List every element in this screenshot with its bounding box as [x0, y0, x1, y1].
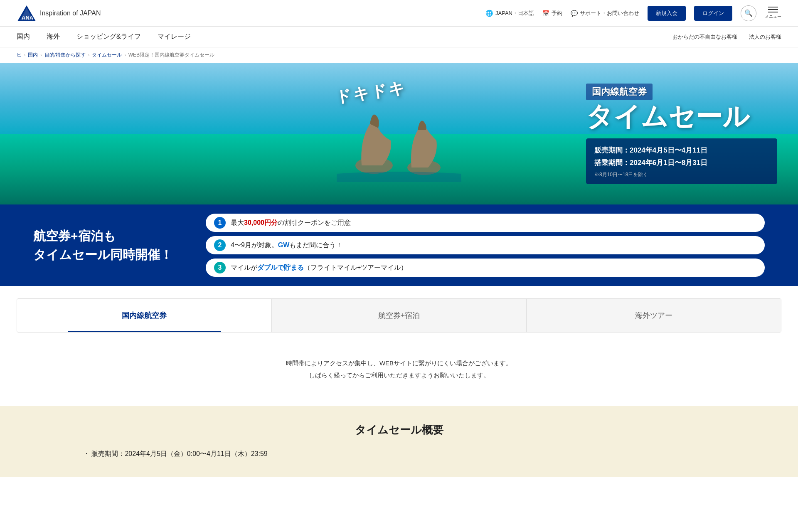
- hero-text-overlay: 国内線航空券 タイムセール 販売期間：2024年4月5日〜4月11日 搭乗期間：…: [565, 63, 798, 204]
- nav-disability[interactable]: おからだの不自由なお客様: [672, 33, 737, 41]
- tagline-text: Inspiration of JAPAN: [40, 10, 101, 17]
- menu-label: メニュー: [765, 14, 781, 20]
- nav-right: おからだの不自由なお客様 法人のお客様: [672, 33, 781, 41]
- hero-banner: ドキドキ 国内線航空券 タイムセール 販売期間：2024年4月5日〜4月11日 …: [0, 63, 798, 204]
- overview-section: タイムセール概要 ・ 販売期間：2024年4月5日（金）0:00〜4月11日（木…: [0, 406, 798, 477]
- header-right: 🌐 JAPAN・日本語 📅 予約 💬 サポート・お問い合わせ 新規入会 ログイン…: [485, 5, 781, 21]
- promo-item-1[interactable]: 1 最大30,000円分の割引クーポンをご用意: [206, 214, 765, 232]
- breadcrumb-sep-1: ›: [24, 53, 25, 57]
- hero-dates-box: 販売期間：2024年4月5日〜4月11日 搭乗期間：2024年6月1日〜8月31…: [586, 138, 777, 184]
- hero-note: ※8月10日〜18日を除く: [594, 171, 769, 178]
- promo-items: 1 最大30,000円分の割引クーポンをご用意 2 4〜9月が対象。GWもまだ間…: [206, 214, 765, 277]
- promo-left-text: 航空券+宿泊もタイムセール同時開催！: [33, 227, 172, 264]
- globe-icon: 🌐: [485, 10, 493, 17]
- hero-category-label: 国内線航空券: [586, 84, 653, 100]
- ana-logo[interactable]: ANA Inspiration of JAPAN: [17, 5, 101, 22]
- promo-item-3-text: マイルがダブルで貯まる（フライトマイル+ツアーマイル）: [231, 264, 407, 272]
- nav-mileage[interactable]: マイレージ: [158, 27, 191, 47]
- menu-button[interactable]: メニュー: [765, 7, 781, 20]
- promo-banner: 航空券+宿泊もタイムセール同時開催！ 1 最大30,000円分の割引クーポンをご…: [0, 204, 798, 286]
- support-icon: 💬: [571, 10, 578, 17]
- japan-lang-link[interactable]: 🌐 JAPAN・日本語: [485, 10, 534, 17]
- tab-flight-hotel[interactable]: 航空券+宿泊: [272, 299, 527, 332]
- promo-num-3: 3: [214, 262, 226, 273]
- reservation-link[interactable]: 📅 予約: [542, 10, 562, 17]
- nav-corporate[interactable]: 法人のお客様: [749, 33, 781, 41]
- promo-item-3[interactable]: 3 マイルがダブルで貯まる（フライトマイル+ツアーマイル）: [206, 259, 765, 277]
- tabs-container: 国内線航空券 航空券+宿泊 海外ツアー: [17, 298, 781, 332]
- promo-item-2-text: 4〜9月が対象。GWもまだ間に合う！: [231, 241, 342, 250]
- calendar-icon: 📅: [542, 10, 549, 17]
- promo-num-1: 1: [214, 217, 226, 229]
- breadcrumb-sep-2: ›: [40, 53, 42, 57]
- nav-domestic[interactable]: 国内: [17, 27, 30, 47]
- logo-area: ANA Inspiration of JAPAN: [17, 5, 101, 22]
- login-button[interactable]: ログイン: [694, 6, 732, 21]
- notice-section: 時間帯によりアクセスが集中し、WEBサイトに繋がりにくい場合がございます。 しば…: [0, 332, 798, 398]
- boarding-period: 搭乗期間：2024年6月1日〜8月31日: [594, 157, 769, 170]
- tab-overseas-tour[interactable]: 海外ツアー: [527, 299, 781, 332]
- support-link[interactable]: 💬 サポート・お問い合わせ: [571, 10, 639, 17]
- hero-rocks: [337, 99, 461, 184]
- notice-line2: しばらく経ってからご利用いただきますようお願いいたします。: [17, 369, 781, 382]
- hero-title: タイムセール: [586, 103, 777, 131]
- breadcrumb-timesale[interactable]: タイムセール: [92, 52, 122, 59]
- breadcrumb-domestic[interactable]: 国内: [28, 52, 38, 59]
- promo-item-2[interactable]: 2 4〜9月が対象。GWもまだ間に合う！: [206, 236, 765, 254]
- main-nav: 国内 海外 ショッピング&ライフ マイレージ おからだの不自由なお客様 法人のお…: [0, 27, 798, 47]
- register-button[interactable]: 新規入会: [648, 6, 686, 21]
- breadcrumb: ヒ › 国内 › 目的/特集から探す › タイムセール › WEB限定！国内線航…: [0, 47, 798, 63]
- search-button[interactable]: 🔍: [741, 5, 756, 21]
- breadcrumb-sep-4: ›: [124, 53, 126, 57]
- promo-num-2: 2: [214, 239, 226, 251]
- breadcrumb-home[interactable]: ヒ: [17, 52, 22, 59]
- breadcrumb-special[interactable]: 目的/特集から探す: [44, 52, 86, 59]
- ana-logo-icon: ANA: [17, 5, 37, 22]
- breadcrumb-current: WEB限定！国内線航空券タイムセール: [128, 52, 214, 59]
- nav-international[interactable]: 海外: [47, 27, 60, 47]
- hamburger-icon: [768, 7, 778, 12]
- nav-shopping[interactable]: ショッピング&ライフ: [76, 27, 141, 47]
- sale-period: 販売期間：2024年4月5日〜4月11日: [594, 144, 769, 157]
- tab-domestic-flight[interactable]: 国内線航空券: [17, 299, 272, 332]
- nav-left: 国内 海外 ショッピング&ライフ マイレージ: [17, 27, 191, 47]
- svg-text:ANA: ANA: [22, 15, 34, 21]
- overview-title: タイムセール概要: [83, 423, 715, 437]
- header: ANA Inspiration of JAPAN 🌐 JAPAN・日本語 📅 予…: [0, 0, 798, 27]
- promo-item-1-text: 最大30,000円分の割引クーポンをご用意: [231, 219, 351, 227]
- breadcrumb-sep-3: ›: [88, 53, 89, 57]
- notice-line1: 時間帯によりアクセスが集中し、WEBサイトに繋がりにくい場合がございます。: [17, 357, 781, 369]
- overview-item-1: ・ 販売期間：2024年4月5日（金）0:00〜4月11日（木）23:59: [83, 447, 715, 461]
